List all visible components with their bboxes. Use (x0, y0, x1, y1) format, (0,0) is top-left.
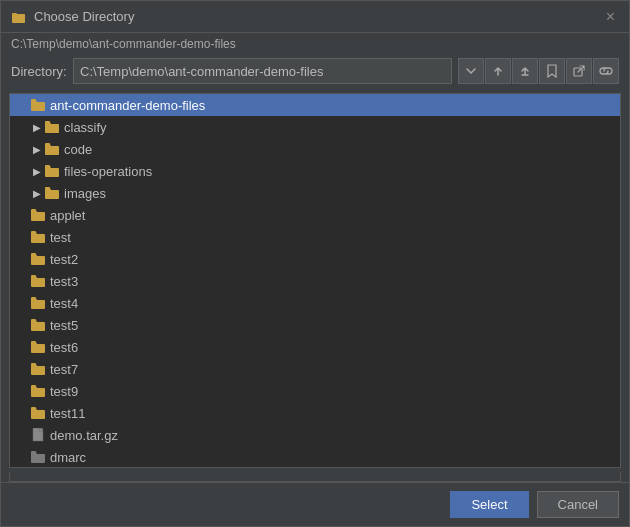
file-list-inner: ant-commander-demo-files▶ classify▶ code… (10, 94, 620, 467)
folder-icon (11, 9, 27, 25)
item-label: test7 (50, 362, 78, 377)
expand-arrow: ▶ (30, 188, 44, 199)
item-label: demo.tar.gz (50, 428, 118, 443)
folder-icon (30, 361, 46, 377)
item-label: code (64, 142, 92, 157)
list-item[interactable]: dmarc (10, 446, 620, 467)
expand-arrow: ▶ (30, 144, 44, 155)
title-bar: Choose Directory × (1, 1, 629, 33)
item-label: ant-commander-demo-files (50, 98, 205, 113)
directory-row: Directory: (1, 53, 629, 89)
item-label: test (50, 230, 71, 245)
item-label: applet (50, 208, 85, 223)
folder-icon (30, 449, 46, 465)
file-list-container: ant-commander-demo-files▶ classify▶ code… (9, 93, 621, 468)
list-item[interactable]: test2 (10, 248, 620, 270)
list-item[interactable]: test7 (10, 358, 620, 380)
toolbar-icons (458, 58, 619, 84)
horizontal-scrollbar-area (9, 472, 621, 482)
file-list[interactable]: ant-commander-demo-files▶ classify▶ code… (10, 94, 620, 467)
select-button[interactable]: Select (450, 491, 528, 518)
folder-icon (44, 141, 60, 157)
item-label: images (64, 186, 106, 201)
list-item[interactable]: ▶ files-operations (10, 160, 620, 182)
list-item[interactable]: test (10, 226, 620, 248)
link-button[interactable] (593, 58, 619, 84)
folder-icon (30, 97, 46, 113)
expand-arrow: ▶ (30, 122, 44, 133)
svg-rect-1 (12, 13, 17, 16)
cancel-button[interactable]: Cancel (537, 491, 619, 518)
dialog-title: Choose Directory (34, 9, 134, 24)
list-item[interactable]: test3 (10, 270, 620, 292)
folder-icon (30, 229, 46, 245)
root-button[interactable] (512, 58, 538, 84)
item-label: test5 (50, 318, 78, 333)
folder-icon (30, 317, 46, 333)
folder-icon (30, 251, 46, 267)
folder-icon (44, 163, 60, 179)
folder-icon (30, 273, 46, 289)
expand-arrow: ▶ (30, 166, 44, 177)
list-item[interactable]: test6 (10, 336, 620, 358)
directory-input[interactable] (73, 58, 452, 84)
close-button[interactable]: × (602, 7, 619, 27)
list-item[interactable]: ▶ images (10, 182, 620, 204)
choose-directory-dialog: Choose Directory × C:\Temp\demo\ant-comm… (0, 0, 630, 527)
external-button[interactable] (566, 58, 592, 84)
item-label: test11 (50, 406, 85, 421)
folder-icon (30, 405, 46, 421)
bottom-row: Select Cancel (1, 482, 629, 526)
list-item[interactable]: test4 (10, 292, 620, 314)
list-item[interactable]: test5 (10, 314, 620, 336)
dropdown-button[interactable] (458, 58, 484, 84)
list-item[interactable]: test11 (10, 402, 620, 424)
item-label: test2 (50, 252, 78, 267)
item-label: test6 (50, 340, 78, 355)
list-item[interactable]: ▶ classify (10, 116, 620, 138)
folder-icon (30, 295, 46, 311)
file-icon (30, 427, 46, 443)
path-display: C:\Temp\demo\ant-commander-demo-files (1, 33, 629, 53)
folder-icon (44, 119, 60, 135)
item-label: dmarc (50, 450, 86, 465)
list-item[interactable]: test9 (10, 380, 620, 402)
folder-icon (30, 383, 46, 399)
directory-label: Directory: (11, 64, 67, 79)
item-label: test4 (50, 296, 78, 311)
folder-icon (30, 339, 46, 355)
title-bar-left: Choose Directory (11, 9, 134, 25)
list-item[interactable]: demo.tar.gz (10, 424, 620, 446)
folder-icon (44, 185, 60, 201)
bottom-right: Select Cancel (450, 491, 619, 518)
list-item[interactable]: ▶ code (10, 138, 620, 160)
bookmark-button[interactable] (539, 58, 565, 84)
list-item[interactable]: applet (10, 204, 620, 226)
folder-icon (30, 207, 46, 223)
item-label: test3 (50, 274, 78, 289)
horizontal-scrollbar[interactable] (10, 472, 620, 481)
item-label: files-operations (64, 164, 152, 179)
up-button[interactable] (485, 58, 511, 84)
item-label: test9 (50, 384, 78, 399)
item-label: classify (64, 120, 107, 135)
list-item[interactable]: ant-commander-demo-files (10, 94, 620, 116)
